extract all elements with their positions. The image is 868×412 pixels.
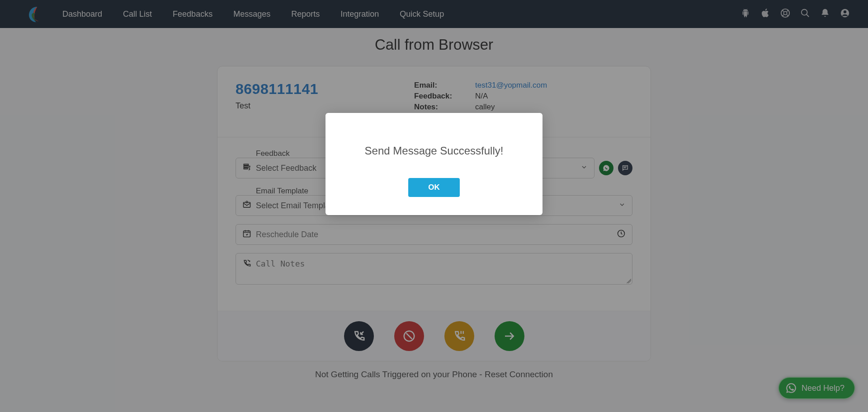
feedback-field-label: Feedback	[256, 149, 290, 158]
success-modal: Send Message Successfully! OK	[326, 113, 542, 215]
modal-ok-button[interactable]: OK	[408, 178, 460, 197]
modal-message: Send Message Successfully!	[339, 145, 529, 157]
modal-overlay[interactable]: Send Message Successfully! OK	[0, 0, 868, 412]
email-template-label: Email Template	[256, 187, 308, 196]
